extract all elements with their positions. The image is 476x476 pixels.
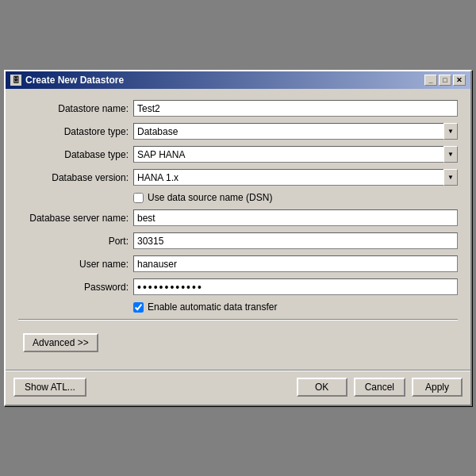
maximize-button[interactable]: □ (439, 75, 451, 86)
title-controls: _ □ ✕ (424, 75, 466, 86)
port-input[interactable] (133, 232, 458, 249)
main-window: 🗄 Create New Datastore _ □ ✕ Datastore n… (4, 70, 472, 406)
server-name-label: Database server name: (18, 213, 133, 224)
server-name-row: Database server name: (18, 209, 458, 226)
port-label: Port: (18, 236, 133, 247)
title-bar-left: 🗄 Create New Datastore (10, 75, 124, 86)
password-row: Password: (18, 278, 458, 295)
server-name-input[interactable] (133, 209, 458, 226)
datastore-name-input[interactable] (133, 100, 458, 117)
password-input[interactable] (133, 278, 458, 295)
username-input[interactable] (133, 255, 458, 272)
dsn-checkbox[interactable] (133, 193, 144, 203)
port-row: Port: (18, 232, 458, 249)
bottom-buttons: Show ATL... OK Cancel Apply (6, 371, 470, 405)
auto-transfer-row: Enable automatic data transfer (133, 301, 458, 313)
database-version-wrapper: HANA 1.x HANA 2.x ▼ (133, 169, 458, 186)
datastore-name-row: Datastore name: (18, 100, 458, 117)
close-button[interactable]: ✕ (453, 75, 466, 86)
database-type-label: Database type: (18, 149, 133, 160)
database-version-select[interactable]: HANA 1.x HANA 2.x (133, 169, 458, 186)
form-content: Datastore name: Datastore type: Database… (6, 89, 470, 365)
datastore-type-select[interactable]: Database File ODBC (133, 123, 458, 140)
database-type-select[interactable]: SAP HANA Oracle MySQL SQL Server (133, 146, 458, 163)
title-bar: 🗄 Create New Datastore _ □ ✕ (6, 71, 470, 89)
datastore-type-row: Datastore type: Database File ODBC ▼ (18, 123, 458, 140)
window-icon: 🗄 (10, 75, 21, 86)
auto-transfer-checkbox[interactable] (133, 302, 144, 313)
database-type-row: Database type: SAP HANA Oracle MySQL SQL… (18, 146, 458, 163)
minimize-button[interactable]: _ (424, 75, 437, 86)
window-title: Create New Datastore (25, 75, 124, 86)
dsn-checkbox-row: Use data source name (DSN) (133, 192, 458, 203)
show-atl-button[interactable]: Show ATL... (13, 378, 86, 397)
username-row: User name: (18, 255, 458, 272)
advanced-button[interactable]: Advanced >> (23, 333, 98, 352)
database-type-wrapper: SAP HANA Oracle MySQL SQL Server ▼ (133, 146, 458, 163)
cancel-button[interactable]: Cancel (354, 378, 405, 397)
datastore-type-wrapper: Database File ODBC ▼ (133, 123, 458, 140)
username-label: User name: (18, 259, 133, 270)
ok-button[interactable]: OK (297, 378, 347, 397)
dsn-label: Use data source name (DSN) (148, 192, 272, 203)
database-version-row: Database version: HANA 1.x HANA 2.x ▼ (18, 169, 458, 186)
database-version-label: Database version: (18, 172, 133, 183)
datastore-type-label: Datastore type: (18, 126, 133, 137)
password-label: Password: (18, 282, 133, 293)
advanced-section: Advanced >> (18, 327, 458, 357)
datastore-name-label: Datastore name: (18, 103, 133, 114)
separator-1 (18, 319, 458, 321)
auto-transfer-label: Enable automatic data transfer (148, 301, 277, 313)
apply-button[interactable]: Apply (412, 378, 463, 397)
